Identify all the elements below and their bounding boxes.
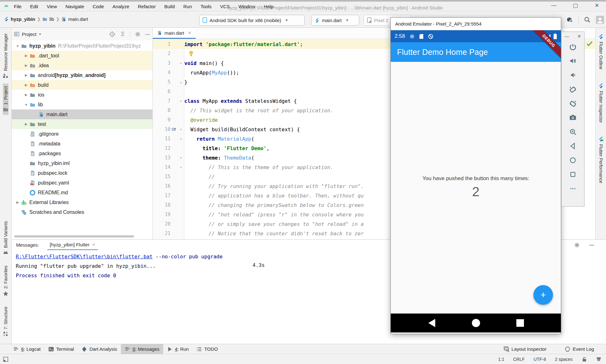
strip-item-resource-manager[interactable]: Resource Manager <box>3 31 9 81</box>
strip-item-7-structure[interactable]: 7: Structure <box>3 304 9 339</box>
toolwindow-tab-todo[interactable]: TODO <box>193 344 222 354</box>
tree-expand-icon[interactable]: ▼ <box>23 103 29 107</box>
status-item[interactable]: CRLF <box>513 357 525 362</box>
tree-item-hyzp-yibin[interactable]: ▼ hyzp_yibin R:\FlutterProject\FlutterPr… <box>12 41 152 51</box>
tree-expand-icon[interactable]: ▶ <box>23 54 29 58</box>
menu-file[interactable]: File <box>14 4 21 9</box>
emulator-more-dots-button[interactable] <box>561 181 584 196</box>
status-item[interactable]: UTF-8 <box>533 357 546 362</box>
settings-gear-icon[interactable] <box>130 31 141 37</box>
window-maximize-button[interactable]: ▢ <box>571 2 580 9</box>
emulator-rotate-right-button[interactable] <box>561 96 584 110</box>
fold-marker-icon[interactable]: ▾ <box>177 137 184 141</box>
menu-code[interactable]: Code <box>92 4 104 9</box>
tree-expand-icon[interactable]: ▶ <box>15 200 21 204</box>
emulator-camera-button[interactable] <box>561 110 584 125</box>
menu-refactor[interactable]: Refactor <box>138 4 156 9</box>
sdk-manager-icon[interactable] <box>566 16 573 24</box>
tree-expand-icon[interactable]: ▶ <box>23 122 29 126</box>
emulator-volume-up-button[interactable] <box>561 54 584 68</box>
project-panel-title[interactable]: Project <box>22 32 37 37</box>
menu-navigate[interactable]: Navigate <box>65 4 84 9</box>
fold-marker-icon[interactable]: ▾ <box>177 156 184 160</box>
window-minimize-button[interactable]: — <box>549 2 559 9</box>
toolwindow-tab-0-messages[interactable]: 0: Messages <box>121 344 163 354</box>
emulator-screen[interactable]: 2:58 DEBUG Flutter Demo Home Page You ha… <box>391 30 561 334</box>
tree-item--idea[interactable]: ▶ .idea <box>12 61 152 70</box>
tree-item-test[interactable]: ▶ test <box>12 119 152 129</box>
avatar[interactable] <box>596 16 604 24</box>
menu-edit[interactable]: Edit <box>30 4 38 9</box>
emulator-rotate-left-button[interactable] <box>561 82 584 96</box>
tree-expand-icon[interactable]: ▼ <box>15 44 21 48</box>
strip-item-flutter-inspector[interactable]: Flutter Inspector <box>598 81 604 125</box>
strip-item-1-project[interactable]: 1: Project <box>3 84 9 115</box>
breadcrumb-project[interactable]: hyzp_yibin <box>11 16 35 22</box>
toolwindow-toggle-icon[interactable] <box>3 357 8 362</box>
tree-item-build[interactable]: ▶ build <box>12 80 152 90</box>
fold-marker-icon[interactable]: ▾ <box>177 62 184 65</box>
emulator-minimize-button[interactable]: — <box>565 34 569 39</box>
nav-home-button[interactable] <box>472 319 480 327</box>
breadcrumb-file[interactable]: main.dart <box>68 16 88 22</box>
search-icon[interactable] <box>584 16 591 23</box>
tree-item--packages[interactable]: .packages <box>12 149 152 158</box>
tree-item-main-dart[interactable]: main.dart <box>12 109 152 119</box>
strip-item-2-favorites[interactable]: 2: Favorites <box>3 263 9 299</box>
flutter-bat-link[interactable]: R:\Flutter\FlutterSDK\flutter\bin\flutte… <box>16 254 152 260</box>
tree-expand-icon[interactable]: ▶ <box>23 73 29 77</box>
tree-item-hyzp-yibin-iml[interactable]: hyzp_yibin.iml <box>12 158 152 168</box>
horizontal-scrollbar[interactable] <box>14 235 134 238</box>
strip-item-build-variants[interactable]: Build Variants <box>3 219 9 258</box>
menu-view[interactable]: View <box>47 4 57 9</box>
emulator-power-button[interactable] <box>561 39 584 54</box>
strip-item-flutter-outline[interactable]: Flutter Outline <box>598 32 604 72</box>
tree-expand-icon[interactable]: ▶ <box>23 93 29 97</box>
hide-panel-icon[interactable]: — <box>589 242 594 248</box>
locate-file-icon[interactable] <box>109 31 115 37</box>
status-item[interactable]: 1:1 <box>498 357 504 362</box>
tree-item-readme-md[interactable]: README.md <box>12 188 152 197</box>
window-close-button[interactable]: ✕ <box>592 2 602 9</box>
breadcrumb-lib[interactable]: lib <box>49 16 54 22</box>
toolwindow-tab-dart-analysis[interactable]: Dart Analysis <box>78 344 121 354</box>
intention-bulb-icon[interactable] <box>189 50 193 57</box>
close-tab-icon[interactable]: ✕ <box>188 31 192 35</box>
device-selector[interactable]: Android SDK built for x86 (mobile) ▼ <box>199 15 305 26</box>
settings-gear-icon[interactable] <box>574 242 580 248</box>
strip-item-flutter-performance[interactable]: Flutter Performance <box>598 134 604 186</box>
menu-analyze[interactable]: Analyze <box>112 4 129 9</box>
nav-overview-button[interactable] <box>516 319 524 327</box>
tree-item-lib[interactable]: ▼ lib <box>12 100 152 109</box>
fold-marker-icon[interactable]: ▾ <box>177 99 184 103</box>
tree-item-scratches-and-consoles[interactable]: Scratches and Consoles <box>12 207 152 217</box>
emulator-nav-back-button[interactable] <box>561 139 584 153</box>
override-marker-icon[interactable] <box>171 127 176 132</box>
toolwindow-tab-layout-inspector[interactable]: Layout Inspector <box>500 344 550 354</box>
chevron-down-icon[interactable]: ▼ <box>39 32 42 36</box>
status-item[interactable]: 2 spaces <box>555 357 573 362</box>
increment-fab-button[interactable]: + <box>533 285 553 305</box>
toolwindow-tab-terminal[interactable]: Terminal <box>45 344 78 354</box>
tree-item-pubspec-lock[interactable]: pubspec.lock <box>12 168 152 178</box>
emulator-zoom-in-button[interactable] <box>561 125 584 139</box>
emulator-nav-overview-button[interactable] <box>561 167 584 181</box>
close-tab-icon[interactable]: ✕ <box>92 242 95 247</box>
menu-tools[interactable]: Tools <box>200 4 211 9</box>
messages-flutter-tab[interactable]: [hyzp_yibin] Flutter ✕ <box>47 242 98 250</box>
emulator-nav-home-button[interactable] <box>561 153 584 167</box>
tree-expand-icon[interactable]: ▶ <box>23 83 29 87</box>
menu-build[interactable]: Build <box>164 4 175 9</box>
tab-main-dart[interactable]: main.dart ✕ <box>153 28 196 39</box>
run-config-selector[interactable]: main.dart ▼ <box>311 15 359 26</box>
fold-marker-icon[interactable]: ▴ <box>177 80 184 84</box>
toolwindow-tab-event-log[interactable]: Event Log <box>561 344 598 354</box>
tree-item--gitignore[interactable]: .gitignore <box>12 129 152 139</box>
hide-panel-icon[interactable]: — <box>145 32 150 37</box>
tree-item-pubspec-yaml[interactable]: YML pubspec.yaml <box>12 178 152 188</box>
emulator-volume-down-button[interactable] <box>561 68 584 82</box>
tree-item-android[interactable]: ▶ android [hyzp_yibin_android] <box>12 70 152 80</box>
nav-back-button[interactable] <box>428 319 436 327</box>
tree-item-ios[interactable]: ▶ ios <box>12 90 152 100</box>
fold-marker-icon[interactable]: ▾ <box>177 128 184 131</box>
